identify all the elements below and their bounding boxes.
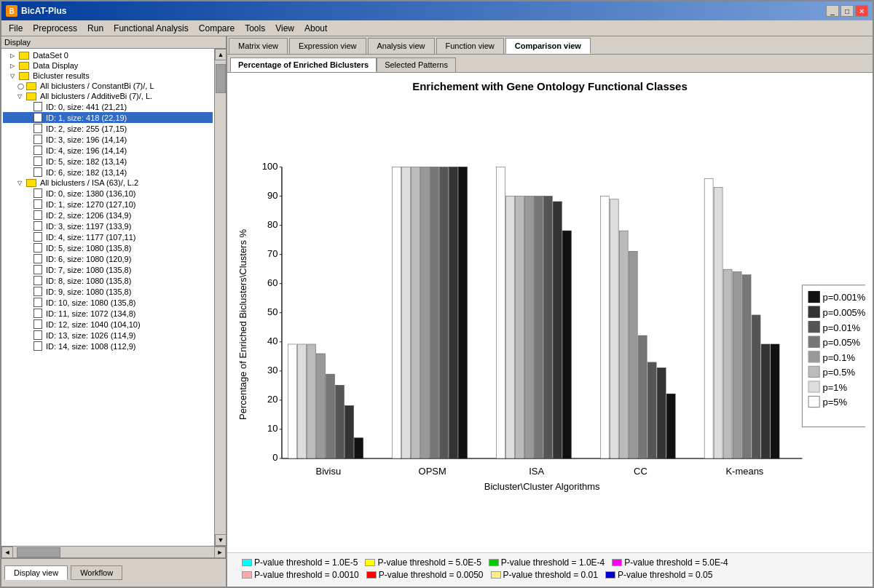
menu-about[interactable]: About: [300, 22, 331, 35]
menu-file[interactable]: File: [4, 22, 27, 35]
tree-item[interactable]: ▷Data Display: [3, 60, 213, 71]
tree-item[interactable]: ID: 6, size: 1080 (120,9): [3, 253, 213, 264]
scroll-up-button[interactable]: ▲: [215, 49, 226, 60]
bar: [307, 344, 316, 458]
svg-text:ISA: ISA: [529, 466, 544, 477]
menu-compare[interactable]: Compare: [194, 22, 239, 35]
tree-item[interactable]: ID: 6, size: 182 (13,14): [3, 167, 213, 178]
bar: [449, 167, 457, 458]
tree-item[interactable]: ID: 3, size: 1197 (133,9): [3, 220, 213, 231]
svg-text:p=0.005%: p=0.005%: [823, 307, 865, 318]
legend-005: P-value threshold = 0.0050: [366, 570, 484, 580]
svg-text:50: 50: [267, 306, 277, 317]
bar: [714, 188, 723, 458]
scroll-h-track[interactable]: [13, 547, 214, 557]
svg-text:K-means: K-means: [725, 466, 763, 477]
tree-item[interactable]: ID: 1, size: 418 (22,19): [3, 112, 213, 123]
tree-item[interactable]: ID: 9, size: 1080 (135,8): [3, 286, 213, 297]
legend-label-001: P-value threshold = 0.0010: [254, 570, 359, 580]
tree-item[interactable]: ▽All biclusters / AdditiveBi (7)/, L.: [3, 91, 213, 101]
tree-item[interactable]: ▽Bicluster results: [3, 71, 213, 81]
tree-item[interactable]: ID: 5, size: 182 (13,14): [3, 156, 213, 167]
bar: [619, 231, 628, 458]
legend-1e4: P-value threshold = 1.0E-4: [489, 557, 605, 568]
tab-function-view[interactable]: Function view: [436, 38, 504, 54]
bar: [317, 354, 326, 458]
bar: [524, 196, 533, 458]
subtab-selected-patterns[interactable]: Selected Patterns: [377, 57, 456, 72]
legend-label-05: P-value threshold = 0.05: [618, 570, 712, 580]
legend-color-01: [491, 571, 501, 579]
scroll-h-thumb[interactable]: [17, 547, 60, 557]
subtab-percentage[interactable]: Percentage of Enriched Biclusters: [230, 57, 377, 72]
tree-item[interactable]: ID: 2, size: 255 (17,15): [3, 123, 213, 134]
maximize-button[interactable]: □: [840, 5, 854, 17]
scroll-right-button[interactable]: ►: [214, 547, 226, 558]
window-controls: _ □ ✕: [826, 5, 868, 17]
tree-item[interactable]: ID: 0, size: 441 (21,21): [3, 101, 213, 112]
menu-tools[interactable]: Tools: [240, 22, 269, 35]
legend-1e5: P-value threshold = 1.0E-5: [242, 557, 358, 568]
bar: [543, 196, 552, 458]
bar: [771, 344, 779, 458]
scroll-left-button[interactable]: ◄: [1, 547, 13, 558]
vertical-scrollbar[interactable]: ▲ ▼: [214, 49, 226, 546]
tab-expression-view[interactable]: Expression view: [289, 38, 366, 54]
scroll-thumb[interactable]: [216, 64, 226, 93]
menu-preprocess[interactable]: Preprocess: [28, 22, 82, 35]
bar: [326, 374, 335, 458]
tree-item[interactable]: ID: 0, size: 1380 (136,10): [3, 188, 213, 199]
tree-item[interactable]: ID: 7, size: 1080 (135,8): [3, 264, 213, 275]
bar: [657, 368, 666, 458]
tree-item[interactable]: ID: 2, size: 1206 (134,9): [3, 210, 213, 220]
tree-item-label: All biclusters / ISA (63)/, L.2: [40, 178, 138, 187]
menu-run[interactable]: Run: [83, 22, 108, 35]
tree-item[interactable]: ID: 4, size: 1177 (107,11): [3, 231, 213, 242]
legend-color-1e4: [489, 559, 499, 566]
bar: [496, 167, 505, 458]
bar: [761, 344, 770, 458]
tree-item[interactable]: ID: 13, size: 1026 (114,9): [3, 330, 213, 341]
tree-item[interactable]: ID: 8, size: 1080 (135,8): [3, 275, 213, 286]
tree-item[interactable]: ID: 5, size: 1080 (135,8): [3, 242, 213, 253]
tab-matrix-view[interactable]: Matrix view: [229, 38, 288, 54]
tab-comparison-view[interactable]: Comparison view: [505, 38, 591, 54]
tree-item[interactable]: ▽All biclusters / ISA (63)/, L.2: [3, 178, 213, 188]
menu-functional-analysis[interactable]: Functional Analysis: [109, 22, 193, 35]
menubar: File Preprocess Run Functional Analysis …: [1, 20, 873, 36]
display-view-tab[interactable]: Display view: [4, 565, 68, 580]
tree-item[interactable]: ID: 11, size: 1072 (134,8): [3, 308, 213, 319]
titlebar: B BicAT-Plus _ □ ✕: [1, 1, 873, 20]
svg-text:OPSM: OPSM: [419, 466, 446, 477]
close-button[interactable]: ✕: [855, 5, 868, 17]
legend-label-005: P-value threshold = 0.0050: [379, 570, 484, 580]
tree-item[interactable]: ID: 3, size: 196 (14,14): [3, 134, 213, 145]
left-panel: Display ▷DataSet 0▷Data Display▽Bicluste…: [1, 36, 227, 587]
legend-row-2: P-value threshold = 0.0010 P-value thres…: [242, 570, 858, 580]
tree-item[interactable]: ▷DataSet 0: [3, 50, 213, 60]
legend-label-1e4: P-value threshold = 1.0E-4: [501, 557, 605, 568]
tree-item[interactable]: ID: 10, size: 1080 (135,8): [3, 297, 213, 308]
minimize-button[interactable]: _: [826, 5, 839, 17]
legend-color-1e5: [242, 559, 252, 566]
workflow-tab[interactable]: Workflow: [71, 565, 122, 580]
tree-item[interactable]: ID: 4, size: 196 (14,14): [3, 145, 213, 156]
legend-01: P-value threshold = 0.01: [491, 570, 598, 580]
tree-item[interactable]: ID: 1, size: 1270 (127,10): [3, 199, 213, 210]
bar: [600, 196, 609, 458]
scroll-track[interactable]: [215, 60, 226, 534]
svg-rect-46: [808, 396, 819, 407]
tree-item-label: ID: 1, size: 418 (22,19): [46, 114, 127, 122]
bar: [553, 202, 562, 458]
tree-item[interactable]: ID: 12, size: 1040 (104,10): [3, 319, 213, 330]
tab-analysis-view[interactable]: Analysis view: [368, 38, 435, 54]
tree-item[interactable]: ◯All biclusters / ConstantBi (7)/, L: [3, 81, 213, 91]
main-window: B BicAT-Plus _ □ ✕ File Preprocess Run F…: [0, 0, 874, 588]
menu-view[interactable]: View: [271, 22, 299, 35]
scroll-down-button[interactable]: ▼: [215, 534, 226, 546]
legend-color-05: [605, 571, 615, 579]
tree-item[interactable]: ID: 14, size: 1008 (112,9): [3, 341, 213, 351]
horizontal-scrollbar[interactable]: ◄ ►: [1, 546, 226, 557]
svg-text:p=0.001%: p=0.001%: [823, 292, 865, 303]
bar: [439, 167, 448, 458]
